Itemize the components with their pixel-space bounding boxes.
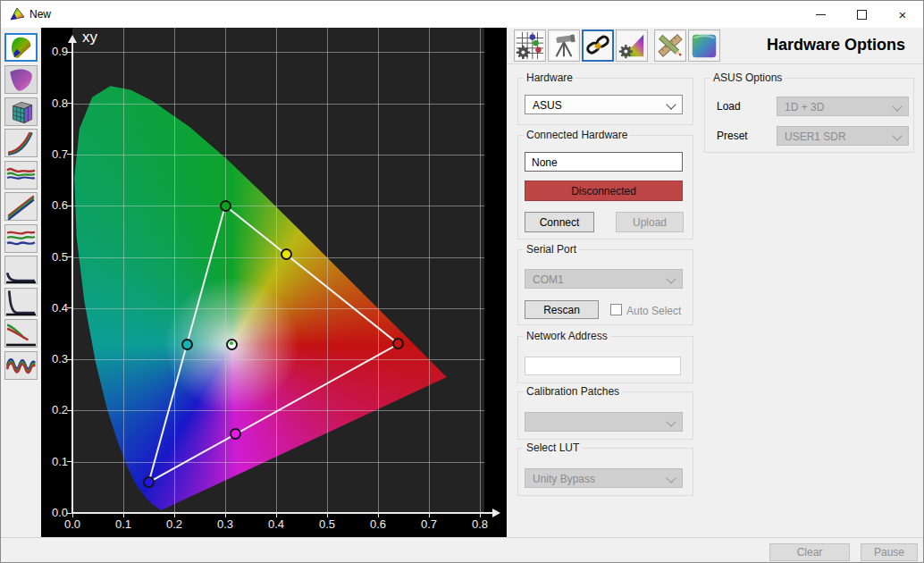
chevron-down-icon — [892, 101, 902, 111]
yellow-secondary — [281, 248, 292, 260]
rgb-waveform-icon — [5, 352, 37, 379]
cube-3d-icon — [5, 98, 37, 125]
hardware-select[interactable]: ASUS — [525, 95, 683, 114]
auto-select-checkbox[interactable] — [610, 304, 622, 315]
sidebar-item-cie-uv[interactable] — [4, 65, 38, 94]
load-select-value: 1D + 3D — [785, 101, 824, 113]
toolbar-probe-button[interactable] — [548, 29, 580, 62]
calibration-patches-group-label: Calibration Patches — [524, 385, 622, 398]
rgb-levels-icon — [5, 225, 37, 252]
cyan-secondary — [181, 339, 193, 350]
connected-hardware-group-label: Connected Hardware — [524, 129, 630, 141]
sidebar-item-cie-xy[interactable] — [4, 33, 38, 62]
network-address-field[interactable] — [525, 357, 681, 375]
preset-select-value: USER1 SDR — [785, 130, 846, 143]
hardware-group-label: Hardware — [524, 71, 575, 84]
white-point — [226, 339, 238, 350]
clear-button[interactable]: Clear — [769, 543, 850, 561]
cie-uv-icon — [5, 66, 37, 93]
close-icon: × — [899, 8, 907, 21]
maximize-icon — [857, 10, 867, 20]
minimize-icon — [816, 14, 826, 15]
select-lut-value: Unity Bypass — [533, 473, 595, 485]
panel-title: Hardware Options — [767, 36, 905, 55]
select-lut-group-label: Select LUT — [524, 441, 582, 454]
sidebar-item-rgb-balance[interactable] — [4, 161, 38, 189]
network-address-group: Network Address — [517, 336, 693, 383]
calibration-patches-select[interactable] — [525, 412, 683, 432]
connection-status-text: Disconnected — [571, 185, 636, 197]
network-address-group-label: Network Address — [524, 330, 610, 342]
footer-bar: Clear Pause — [1, 537, 923, 563]
sidebar-item-rgb-ramp[interactable] — [4, 192, 38, 221]
chevron-down-icon — [892, 130, 902, 140]
titlebar: New × — [1, 1, 923, 28]
sidebar-item-cube-3d[interactable] — [4, 97, 38, 126]
maximize-button[interactable] — [841, 1, 882, 28]
sidebar-item-luminance-floor[interactable] — [4, 256, 38, 284]
select-lut-select[interactable]: Unity Bypass — [525, 468, 683, 488]
luminance-floor-icon — [5, 256, 37, 283]
minimize-button[interactable] — [800, 1, 841, 28]
rgb-balance-icon — [5, 162, 37, 189]
cie-xy-chart: xy 0.00.10.20.30.40.50.60.70.80.00.10.20… — [41, 28, 507, 537]
eotf-curve-icon — [5, 289, 37, 315]
rescan-button[interactable]: Rescan — [525, 300, 599, 319]
chevron-down-icon — [666, 416, 676, 426]
load-select[interactable]: 1D + 3D — [777, 97, 909, 116]
toolbar-separator — [507, 63, 924, 64]
sidebar-item-rgb-separation[interactable] — [4, 319, 38, 348]
chevron-down-icon — [666, 473, 676, 483]
preset-label: Preset — [717, 130, 748, 142]
patches-grid-icon — [515, 30, 545, 61]
window-title: New — [29, 8, 51, 21]
chevron-down-icon — [666, 99, 676, 109]
select-lut-group: Select LUT Unity Bypass — [517, 448, 693, 496]
ruler-pencil-icon — [655, 30, 685, 61]
calibration-patches-group: Calibration Patches — [517, 391, 693, 440]
view-sidebar — [1, 28, 41, 537]
connected-hardware-group: Connected Hardware None Disconnected Con… — [517, 135, 693, 239]
sidebar-item-rgb-waveform[interactable] — [4, 351, 38, 380]
hardware-group: Hardware ASUS — [517, 78, 693, 125]
toolbar-measure-edit-button[interactable] — [654, 29, 686, 62]
hardware-options-panel: Hardware Options Hardware ASUS Connected… — [507, 28, 924, 537]
toolbar-profiling-patches-button[interactable] — [514, 29, 546, 62]
asus-options-group-label: ASUS Options — [710, 71, 785, 84]
app-window: New × — [0, 0, 924, 563]
gamma-curves-icon — [5, 130, 37, 156]
chevron-down-icon — [666, 273, 676, 283]
toolbar-lut-generation-button[interactable] — [616, 29, 648, 62]
preset-select[interactable]: USER1 SDR — [777, 126, 909, 146]
hardware-select-value: ASUS — [533, 99, 562, 112]
gamut-triangle — [41, 28, 507, 537]
pause-button[interactable]: Pause — [861, 543, 918, 561]
serial-port-value: COM1 — [533, 273, 564, 286]
green-primary — [220, 200, 231, 212]
rgb-separation-icon — [5, 320, 37, 347]
rgb-ramp-icon — [5, 193, 37, 220]
probe-tripod-icon — [549, 30, 579, 61]
toolbar-gamut-cube-button[interactable] — [688, 29, 720, 62]
color-cube-icon — [689, 30, 719, 61]
upload-button[interactable]: Upload — [616, 212, 684, 232]
toolbar-hardware-link-button[interactable] — [582, 29, 614, 62]
auto-select-label: Auto Select — [626, 305, 681, 317]
serial-port-group: Serial Port COM1 Rescan Auto Select — [517, 249, 693, 325]
app-gamut-icon — [9, 7, 25, 21]
lut-gradient-gear-icon — [617, 30, 647, 61]
chain-link-icon — [584, 31, 612, 60]
connection-status-badge: Disconnected — [525, 181, 683, 201]
cie-xy-icon — [6, 35, 36, 60]
load-label: Load — [717, 100, 741, 113]
sidebar-item-gamma-curves[interactable] — [4, 129, 38, 157]
connected-device-field[interactable]: None — [525, 152, 683, 172]
connect-button[interactable]: Connect — [525, 212, 594, 232]
close-button[interactable]: × — [882, 1, 923, 28]
serial-port-select[interactable]: COM1 — [525, 269, 683, 289]
asus-options-group: ASUS Options Load 1D + 3D Preset USER1 S… — [704, 78, 914, 153]
sidebar-item-rgb-levels[interactable] — [4, 224, 38, 253]
serial-port-group-label: Serial Port — [524, 243, 579, 256]
connected-device-value: None — [532, 156, 558, 169]
sidebar-item-eotf-curve[interactable] — [4, 288, 38, 316]
